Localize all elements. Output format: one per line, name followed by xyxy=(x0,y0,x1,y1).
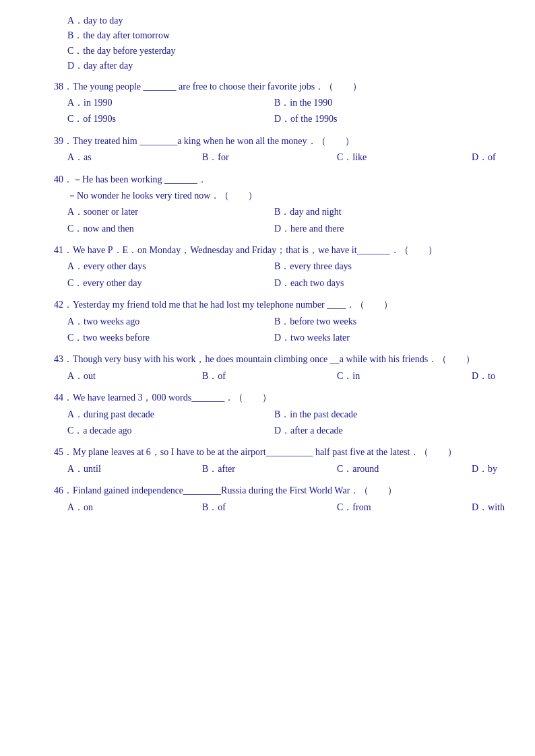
q41-option-c: C．every other day xyxy=(67,276,274,291)
question-42: 42．Yesterday my friend told me that he h… xyxy=(54,298,481,347)
question-40: 40．－He has been working _______． －No won… xyxy=(54,172,481,238)
q45-option-a: A．until xyxy=(67,462,202,477)
q42-option-d: D．two weeks later xyxy=(274,331,481,345)
question-40-subtext: －No wonder he looks very tired now．（ ） xyxy=(67,188,481,203)
question-45: 45．My plane leaves at 6，so I have to be … xyxy=(54,445,481,478)
q40-option-a: A．sooner or later xyxy=(67,205,274,219)
question-41-text: 41．We have P．E．on Monday，Wednesday and F… xyxy=(54,243,481,258)
question-38: 38．The young people _______ are free to … xyxy=(54,79,481,129)
q39-option-d: D．of xyxy=(472,150,535,165)
q42-option-b: B．before two weeks xyxy=(274,314,481,329)
q41-option-a: A．every other days xyxy=(67,259,274,274)
q46-option-b: B．of xyxy=(202,500,337,515)
question-45-text: 45．My plane leaves at 6，so I have to be … xyxy=(54,445,481,460)
q45-option-b: B．after xyxy=(202,462,337,477)
q43-option-d: D．to xyxy=(472,369,535,384)
q41-option-b: B．every three days xyxy=(274,259,481,274)
question-44: 44．We have learned 3，000 words_______．（ … xyxy=(54,390,481,440)
q44-option-c: C．a decade ago xyxy=(67,423,274,438)
q39-option-c: C．like xyxy=(337,150,472,165)
q45-option-d: D．by xyxy=(472,462,535,477)
q40-option-d: D．here and there xyxy=(274,221,481,236)
option-b: B．the day after tomorrow xyxy=(67,28,481,43)
question-44-text: 44．We have learned 3，000 words_______．（ … xyxy=(54,390,481,405)
question-39: 39．They treated him ________a king when … xyxy=(54,134,481,167)
question-41-options: A．every other days B．every three days C．… xyxy=(67,259,481,292)
q38-option-c: C．of 1990s xyxy=(67,112,274,127)
question-39-text: 39．They treated him ________a king when … xyxy=(54,134,481,149)
q40-option-c: C．now and then xyxy=(67,221,274,236)
q42-option-c: C．two weeks before xyxy=(67,331,274,345)
question-38-options: A．in 1990 B．in the 1990 C．of 1990s D．of … xyxy=(67,96,481,129)
q43-option-a: A．out xyxy=(67,369,202,384)
q43-option-b: B．of xyxy=(202,369,337,384)
q45-option-c: C．around xyxy=(337,462,472,477)
q44-option-b: B．in the past decade xyxy=(274,407,481,422)
q44-option-a: A．during past decade xyxy=(67,407,274,422)
question-42-options: A．two weeks ago B．before two weeks C．two… xyxy=(67,314,481,347)
q44-option-d: D．after a decade xyxy=(274,423,481,438)
q42-option-a: A．two weeks ago xyxy=(67,314,274,329)
question-43: 43．Though very busy with his work，he doe… xyxy=(54,352,481,385)
question-43-options: A．out B．of C．in D．to xyxy=(67,369,481,385)
q43-option-c: C．in xyxy=(337,369,472,384)
question-45-options: A．until B．after C．around D．by xyxy=(67,462,481,478)
question-42-text: 42．Yesterday my friend told me that he h… xyxy=(54,298,481,312)
q40-option-b: B．day and night xyxy=(274,205,481,219)
question-43-text: 43．Though very busy with his work，he doe… xyxy=(54,352,481,367)
question-46-text: 46．Finland gained independence________Ru… xyxy=(54,483,481,498)
pre-question-options: A．day to day B．the day after tomorrow C．… xyxy=(54,13,481,74)
question-46-options: A．on B．of C．from D．with xyxy=(67,500,481,516)
q38-option-a: A．in 1990 xyxy=(67,96,274,110)
q39-option-b: B．for xyxy=(202,150,337,165)
question-38-text: 38．The young people _______ are free to … xyxy=(54,79,481,94)
question-46: 46．Finland gained independence________Ru… xyxy=(54,483,481,516)
question-44-options: A．during past decade B．in the past decad… xyxy=(67,407,481,440)
q46-option-c: C．from xyxy=(337,500,472,515)
option-a: A．day to day xyxy=(67,13,481,28)
option-d: D．day after day xyxy=(67,59,481,73)
question-39-options: A．as B．for C．like D．of xyxy=(67,150,481,166)
q41-option-d: D．each two days xyxy=(274,276,481,291)
q46-option-a: A．on xyxy=(67,500,202,515)
question-41: 41．We have P．E．on Monday，Wednesday and F… xyxy=(54,243,481,292)
q39-option-a: A．as xyxy=(67,150,202,165)
question-40-text: 40．－He has been working _______． xyxy=(54,172,481,187)
q38-option-d: D．of the 1990s xyxy=(274,112,481,127)
q46-option-d: D．with xyxy=(472,500,535,515)
q38-option-b: B．in the 1990 xyxy=(274,96,481,110)
option-c: C．the day before yesterday xyxy=(67,44,481,59)
question-40-options: A．sooner or later B．day and night C．now … xyxy=(67,205,481,238)
